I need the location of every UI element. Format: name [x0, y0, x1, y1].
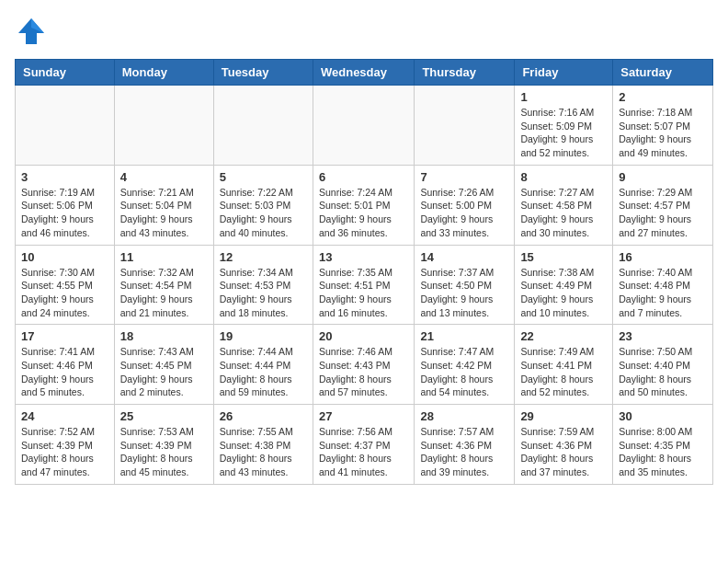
- day-info: Sunrise: 8:00 AM Sunset: 4:35 PM Dayligh…: [619, 425, 707, 479]
- weekday-header-thursday: Thursday: [415, 60, 515, 86]
- day-cell: [114, 86, 213, 166]
- day-info: Sunrise: 7:29 AM Sunset: 4:57 PM Dayligh…: [619, 186, 707, 240]
- day-cell: 22Sunrise: 7:49 AM Sunset: 4:41 PM Dayli…: [515, 325, 613, 405]
- day-number: 22: [520, 329, 607, 343]
- day-number: 12: [220, 250, 307, 264]
- day-info: Sunrise: 7:50 AM Sunset: 4:40 PM Dayligh…: [619, 345, 707, 399]
- day-number: 21: [420, 329, 508, 343]
- day-info: Sunrise: 7:44 AM Sunset: 4:44 PM Dayligh…: [220, 345, 307, 399]
- day-number: 23: [619, 329, 707, 343]
- day-info: Sunrise: 7:24 AM Sunset: 5:01 PM Dayligh…: [319, 186, 408, 240]
- day-info: Sunrise: 7:43 AM Sunset: 4:45 PM Dayligh…: [120, 345, 208, 399]
- week-row-2: 3Sunrise: 7:19 AM Sunset: 5:06 PM Daylig…: [16, 165, 713, 245]
- day-info: Sunrise: 7:32 AM Sunset: 4:54 PM Dayligh…: [120, 266, 208, 320]
- day-number: 1: [520, 90, 607, 104]
- day-info: Sunrise: 7:38 AM Sunset: 4:49 PM Dayligh…: [520, 266, 607, 320]
- day-cell: 30Sunrise: 8:00 AM Sunset: 4:35 PM Dayli…: [613, 405, 713, 485]
- day-number: 7: [420, 170, 508, 184]
- weekday-header-monday: Monday: [114, 60, 213, 86]
- day-cell: 27Sunrise: 7:56 AM Sunset: 4:37 PM Dayli…: [313, 405, 414, 485]
- day-cell: [213, 86, 313, 166]
- week-row-5: 24Sunrise: 7:52 AM Sunset: 4:39 PM Dayli…: [16, 405, 713, 485]
- day-number: 24: [21, 409, 108, 423]
- day-cell: 14Sunrise: 7:37 AM Sunset: 4:50 PM Dayli…: [415, 245, 515, 325]
- day-info: Sunrise: 7:22 AM Sunset: 5:03 PM Dayligh…: [220, 186, 307, 240]
- logo-icon: [15, 15, 48, 48]
- day-info: Sunrise: 7:35 AM Sunset: 4:51 PM Dayligh…: [319, 266, 408, 320]
- day-cell: 16Sunrise: 7:40 AM Sunset: 4:48 PM Dayli…: [613, 245, 713, 325]
- day-info: Sunrise: 7:49 AM Sunset: 4:41 PM Dayligh…: [520, 345, 607, 399]
- day-cell: [415, 86, 515, 166]
- day-cell: 19Sunrise: 7:44 AM Sunset: 4:44 PM Dayli…: [213, 325, 313, 405]
- day-number: 15: [520, 250, 607, 264]
- day-cell: 13Sunrise: 7:35 AM Sunset: 4:51 PM Dayli…: [313, 245, 414, 325]
- day-number: 16: [619, 250, 707, 264]
- day-number: 9: [619, 170, 707, 184]
- day-info: Sunrise: 7:47 AM Sunset: 4:42 PM Dayligh…: [420, 345, 508, 399]
- weekday-header-saturday: Saturday: [613, 60, 713, 86]
- day-info: Sunrise: 7:57 AM Sunset: 4:36 PM Dayligh…: [420, 425, 508, 479]
- day-info: Sunrise: 7:59 AM Sunset: 4:36 PM Dayligh…: [520, 425, 607, 479]
- day-cell: 26Sunrise: 7:55 AM Sunset: 4:38 PM Dayli…: [213, 405, 313, 485]
- logo: [15, 15, 51, 48]
- day-info: Sunrise: 7:21 AM Sunset: 5:04 PM Dayligh…: [120, 186, 208, 240]
- day-cell: 6Sunrise: 7:24 AM Sunset: 5:01 PM Daylig…: [313, 165, 414, 245]
- day-info: Sunrise: 7:18 AM Sunset: 5:07 PM Dayligh…: [619, 106, 707, 160]
- calendar: SundayMondayTuesdayWednesdayThursdayFrid…: [15, 59, 713, 485]
- day-cell: 17Sunrise: 7:41 AM Sunset: 4:46 PM Dayli…: [16, 325, 115, 405]
- day-info: Sunrise: 7:46 AM Sunset: 4:43 PM Dayligh…: [319, 345, 408, 399]
- day-cell: [313, 86, 414, 166]
- day-cell: 5Sunrise: 7:22 AM Sunset: 5:03 PM Daylig…: [213, 165, 313, 245]
- day-cell: 20Sunrise: 7:46 AM Sunset: 4:43 PM Dayli…: [313, 325, 414, 405]
- day-info: Sunrise: 7:27 AM Sunset: 4:58 PM Dayligh…: [520, 186, 607, 240]
- day-info: Sunrise: 7:34 AM Sunset: 4:53 PM Dayligh…: [220, 266, 307, 320]
- header: [15, 15, 713, 48]
- day-number: 6: [319, 170, 408, 184]
- day-info: Sunrise: 7:53 AM Sunset: 4:39 PM Dayligh…: [120, 425, 208, 479]
- day-info: Sunrise: 7:40 AM Sunset: 4:48 PM Dayligh…: [619, 266, 707, 320]
- week-row-4: 17Sunrise: 7:41 AM Sunset: 4:46 PM Dayli…: [16, 325, 713, 405]
- day-number: 5: [220, 170, 307, 184]
- day-info: Sunrise: 7:26 AM Sunset: 5:00 PM Dayligh…: [420, 186, 508, 240]
- day-number: 20: [319, 329, 408, 343]
- day-number: 13: [319, 250, 408, 264]
- weekday-header-tuesday: Tuesday: [213, 60, 313, 86]
- day-info: Sunrise: 7:37 AM Sunset: 4:50 PM Dayligh…: [420, 266, 508, 320]
- day-number: 14: [420, 250, 508, 264]
- day-cell: 25Sunrise: 7:53 AM Sunset: 4:39 PM Dayli…: [114, 405, 213, 485]
- day-cell: [16, 86, 115, 166]
- day-info: Sunrise: 7:41 AM Sunset: 4:46 PM Dayligh…: [21, 345, 108, 399]
- day-number: 27: [319, 409, 408, 423]
- day-cell: 12Sunrise: 7:34 AM Sunset: 4:53 PM Dayli…: [213, 245, 313, 325]
- day-cell: 2Sunrise: 7:18 AM Sunset: 5:07 PM Daylig…: [613, 86, 713, 166]
- day-number: 28: [420, 409, 508, 423]
- day-cell: 23Sunrise: 7:50 AM Sunset: 4:40 PM Dayli…: [613, 325, 713, 405]
- day-number: 11: [120, 250, 208, 264]
- day-number: 2: [619, 90, 707, 104]
- day-cell: 29Sunrise: 7:59 AM Sunset: 4:36 PM Dayli…: [515, 405, 613, 485]
- day-number: 26: [220, 409, 307, 423]
- day-info: Sunrise: 7:19 AM Sunset: 5:06 PM Dayligh…: [21, 186, 108, 240]
- day-cell: 15Sunrise: 7:38 AM Sunset: 4:49 PM Dayli…: [515, 245, 613, 325]
- day-info: Sunrise: 7:52 AM Sunset: 4:39 PM Dayligh…: [21, 425, 108, 479]
- day-number: 3: [21, 170, 108, 184]
- day-number: 30: [619, 409, 707, 423]
- page-container: SundayMondayTuesdayWednesdayThursdayFrid…: [0, 0, 728, 500]
- week-row-1: 1Sunrise: 7:16 AM Sunset: 5:09 PM Daylig…: [16, 86, 713, 166]
- day-cell: 24Sunrise: 7:52 AM Sunset: 4:39 PM Dayli…: [16, 405, 115, 485]
- day-number: 8: [520, 170, 607, 184]
- day-cell: 9Sunrise: 7:29 AM Sunset: 4:57 PM Daylig…: [613, 165, 713, 245]
- day-cell: 1Sunrise: 7:16 AM Sunset: 5:09 PM Daylig…: [515, 86, 613, 166]
- weekday-header-wednesday: Wednesday: [313, 60, 414, 86]
- day-cell: 8Sunrise: 7:27 AM Sunset: 4:58 PM Daylig…: [515, 165, 613, 245]
- weekday-header-row: SundayMondayTuesdayWednesdayThursdayFrid…: [16, 60, 713, 86]
- day-cell: 28Sunrise: 7:57 AM Sunset: 4:36 PM Dayli…: [415, 405, 515, 485]
- day-cell: 7Sunrise: 7:26 AM Sunset: 5:00 PM Daylig…: [415, 165, 515, 245]
- day-cell: 4Sunrise: 7:21 AM Sunset: 5:04 PM Daylig…: [114, 165, 213, 245]
- day-cell: 11Sunrise: 7:32 AM Sunset: 4:54 PM Dayli…: [114, 245, 213, 325]
- day-info: Sunrise: 7:16 AM Sunset: 5:09 PM Dayligh…: [520, 106, 607, 160]
- day-cell: 10Sunrise: 7:30 AM Sunset: 4:55 PM Dayli…: [16, 245, 115, 325]
- day-number: 10: [21, 250, 108, 264]
- day-info: Sunrise: 7:30 AM Sunset: 4:55 PM Dayligh…: [21, 266, 108, 320]
- day-info: Sunrise: 7:55 AM Sunset: 4:38 PM Dayligh…: [220, 425, 307, 479]
